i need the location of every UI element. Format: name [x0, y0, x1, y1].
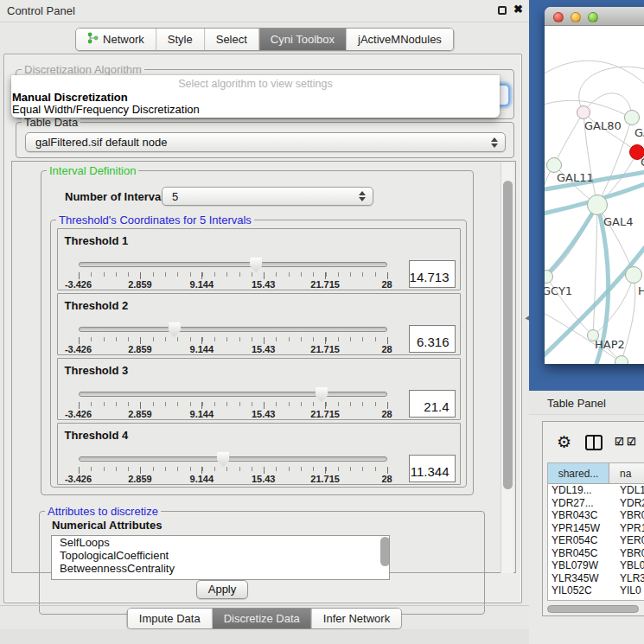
- table-row[interactable]: YBL079W YBL0: [548, 559, 644, 572]
- popup-option-equal-width-frequency[interactable]: Equal Width/Frequency Discretization: [12, 103, 200, 116]
- tab-style[interactable]: Style: [156, 29, 204, 50]
- table-data-combobox-value: galFiltered.sif default node: [35, 136, 167, 149]
- network-node-label: GAL11: [557, 171, 594, 184]
- cell-name: YLR3: [609, 572, 644, 585]
- slider-thumb[interactable]: [168, 322, 181, 337]
- bottom-tab-bar: Impute Data Discretize Data Infer Networ…: [127, 608, 402, 629]
- tab-style-label: Style: [168, 33, 193, 46]
- tick-label: 28: [381, 279, 392, 290]
- tab-impute-data-label: Impute Data: [139, 612, 201, 625]
- tick-label: -3.426: [65, 279, 92, 290]
- cell-name: YDR2: [609, 497, 644, 510]
- table-row[interactable]: YBR045C YBR0: [548, 547, 644, 560]
- tick-label: 28: [381, 474, 392, 484]
- threshold-slider[interactable]: [79, 327, 387, 332]
- column-header-name[interactable]: na: [609, 463, 644, 483]
- zoom-traffic-light[interactable]: [588, 12, 598, 22]
- table-horizontal-scrollbar-thumb[interactable]: [547, 605, 639, 613]
- tab-jactivemnodules-label: jActiveMNodules: [358, 33, 442, 46]
- tab-impute-data[interactable]: Impute Data: [128, 609, 212, 628]
- network-window-titlebar[interactable]: [545, 7, 644, 26]
- threshold-value[interactable]: [409, 390, 456, 418]
- table-row[interactable]: YPR145W YPR1: [548, 522, 644, 535]
- close-icon[interactable]: ✖: [513, 3, 523, 16]
- tab-jactivemnodules[interactable]: jActiveMNodules: [346, 29, 453, 50]
- threshold-panel: Threshold 4 -3.4262.8599.14415.4321.7152…: [57, 423, 461, 485]
- tick-label: 28: [381, 409, 392, 419]
- slider-thumb[interactable]: [217, 452, 230, 467]
- tab-discretize-data-label: Discretize Data: [224, 612, 300, 625]
- minimize-traffic-light[interactable]: [571, 12, 581, 22]
- table-horizontal-scrollbar[interactable]: [547, 605, 644, 614]
- table-rows: YDL19... YDL1 YDR27... YDR2 YBR043C YBR0…: [548, 484, 644, 600]
- cell-name: YBR0: [609, 547, 644, 560]
- viewport-scrollbar[interactable]: [501, 163, 513, 573]
- node-table: shared... na YDL19... YDL1 YDR27... YDR2…: [547, 462, 644, 601]
- tick-labels: -3.4262.8599.14415.4321.71528: [79, 407, 387, 418]
- viewport-scrollbar-thumb[interactable]: [503, 181, 513, 489]
- group-attributes-label: Attributes to discretize: [45, 505, 161, 518]
- table-row[interactable]: YLR345W YLR3: [548, 572, 644, 585]
- number-of-intervals-combobox[interactable]: 5: [162, 187, 373, 206]
- number-of-intervals-value: 5: [172, 190, 178, 203]
- table-row[interactable]: YER054C YER0: [548, 534, 644, 547]
- gear-icon[interactable]: ⚙: [557, 432, 571, 452]
- network-node[interactable]: [615, 355, 628, 364]
- network-node[interactable]: [624, 110, 640, 125]
- number-of-intervals-label: Number of Intervals: [65, 190, 170, 203]
- tab-select[interactable]: Select: [204, 29, 258, 50]
- table-row[interactable]: YBR043C YBR0: [548, 509, 644, 522]
- table-row[interactable]: YDL19... YDL1: [548, 484, 644, 497]
- tick-label: 9.144: [190, 344, 214, 354]
- table-row[interactable]: YIL052C YIL0: [548, 584, 644, 597]
- tab-cyni-toolbox[interactable]: Cyni Toolbox: [258, 29, 346, 50]
- threshold-value[interactable]: [409, 260, 456, 288]
- threshold-value[interactable]: [409, 455, 456, 482]
- tick-label: 9.144: [190, 409, 214, 419]
- slider-thumb[interactable]: [315, 387, 328, 402]
- screen: Control Panel ✖ Network Style Se: [0, 0, 644, 644]
- slider-thumb[interactable]: [250, 258, 263, 272]
- threshold-label: Threshold 3: [65, 364, 129, 377]
- threshold-slider[interactable]: [79, 262, 387, 267]
- attribute-list-item[interactable]: SelfLoops: [52, 536, 389, 549]
- split-columns-icon[interactable]: [585, 435, 603, 450]
- float-window-icon[interactable]: [498, 6, 507, 15]
- threshold-label: Threshold 4: [65, 429, 129, 442]
- tab-cyni-toolbox-label: Cyni Toolbox: [271, 33, 335, 46]
- table-data-combobox[interactable]: galFiltered.sif default node: [25, 132, 506, 152]
- cell-shared-name: YBR043C: [548, 509, 609, 522]
- attributes-list-scrollbar[interactable]: [380, 537, 390, 566]
- close-traffic-light[interactable]: [553, 12, 564, 22]
- threshold-slider[interactable]: [79, 456, 387, 462]
- tick-label: 2.859: [128, 474, 152, 484]
- group-discretization-algorithm-label: Discretization Algorithm: [22, 63, 144, 76]
- tab-infer-network[interactable]: Infer Network: [311, 609, 401, 628]
- network-canvas[interactable]: GAL80GACGAL11GAL4GCY1HHAP2: [545, 26, 644, 364]
- cell-name: YER0: [609, 534, 644, 547]
- network-node[interactable]: [587, 194, 608, 215]
- checkbox-icon[interactable]: ☑: [615, 436, 623, 448]
- group-attributes-to-discretize: Attributes to discretize Numerical Attri…: [39, 511, 485, 615]
- tick-label: 2.859: [128, 279, 152, 290]
- threshold-value[interactable]: [409, 325, 456, 353]
- cell-name: YIL0: [609, 584, 644, 597]
- popup-option-manual-discretization[interactable]: Manual Discretization: [12, 91, 128, 104]
- control-panel-titlebar: Control Panel ✖: [0, 0, 529, 22]
- tab-network[interactable]: Network: [76, 29, 156, 50]
- numerical-attributes-list[interactable]: SelfLoopsTopologicalCoefficientBetweenne…: [51, 535, 390, 580]
- cell-name: YBR0: [609, 509, 644, 522]
- group-table-data-label: Table Data: [22, 116, 80, 129]
- column-header-shared-name[interactable]: shared...: [548, 463, 609, 483]
- threshold-slider[interactable]: [79, 392, 387, 397]
- network-node[interactable]: [625, 266, 642, 284]
- table-row[interactable]: YDR27... YDR2: [548, 497, 644, 510]
- tab-discretize-data[interactable]: Discretize Data: [212, 609, 311, 628]
- apply-button[interactable]: Apply: [196, 580, 248, 599]
- attribute-list-item[interactable]: BetweennessCentrality: [52, 562, 389, 575]
- checkbox-icon[interactable]: ☑: [627, 436, 635, 448]
- group-threshold-coordinates-label: Threshold's Coordinates for 5 Intervals: [56, 214, 254, 226]
- attribute-list-item[interactable]: TopologicalCoefficient: [52, 549, 389, 562]
- tick-label: 15.43: [252, 474, 276, 484]
- network-node[interactable]: [577, 105, 590, 119]
